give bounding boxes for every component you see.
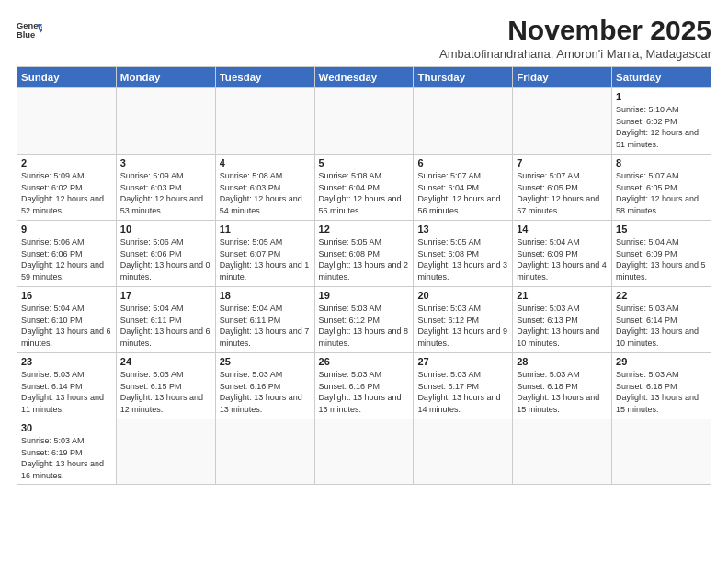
day-info: Sunrise: 5:05 AM Sunset: 6:08 PM Dayligh… xyxy=(319,236,410,282)
subtitle: Ambatofinandrahana, Amoron'i Mania, Mada… xyxy=(439,47,711,61)
logo: General Blue xyxy=(17,18,44,44)
day-info: Sunrise: 5:08 AM Sunset: 6:03 PM Dayligh… xyxy=(220,170,311,216)
day-info: Sunrise: 5:03 AM Sunset: 6:16 PM Dayligh… xyxy=(220,369,311,415)
day-info: Sunrise: 5:09 AM Sunset: 6:02 PM Dayligh… xyxy=(21,170,112,216)
table-row: 6Sunrise: 5:07 AM Sunset: 6:04 PM Daylig… xyxy=(414,155,513,221)
table-row: 20Sunrise: 5:03 AM Sunset: 6:12 PM Dayli… xyxy=(414,287,513,353)
day-info: Sunrise: 5:03 AM Sunset: 6:18 PM Dayligh… xyxy=(517,369,608,415)
day-number: 25 xyxy=(220,356,311,367)
svg-text:Blue: Blue xyxy=(17,30,35,40)
table-row: 29Sunrise: 5:03 AM Sunset: 6:18 PM Dayli… xyxy=(612,353,711,419)
day-number: 15 xyxy=(616,224,707,235)
day-number: 20 xyxy=(417,290,508,301)
calendar-page: General Blue November 2025 Ambatofinandr… xyxy=(0,0,728,563)
day-number: 7 xyxy=(517,157,608,168)
table-row: 28Sunrise: 5:03 AM Sunset: 6:18 PM Dayli… xyxy=(513,353,612,419)
day-info: Sunrise: 5:07 AM Sunset: 6:05 PM Dayligh… xyxy=(517,170,608,216)
day-info: Sunrise: 5:04 AM Sunset: 6:11 PM Dayligh… xyxy=(220,303,311,349)
table-row: 18Sunrise: 5:04 AM Sunset: 6:11 PM Dayli… xyxy=(215,287,314,353)
col-tuesday: Tuesday xyxy=(215,67,314,88)
table-row xyxy=(513,88,612,155)
table-row: 8Sunrise: 5:07 AM Sunset: 6:05 PM Daylig… xyxy=(612,155,711,221)
table-row: 13Sunrise: 5:05 AM Sunset: 6:08 PM Dayli… xyxy=(414,221,513,287)
table-row xyxy=(314,88,414,155)
day-info: Sunrise: 5:03 AM Sunset: 6:15 PM Dayligh… xyxy=(120,369,211,415)
svg-marker-3 xyxy=(38,29,42,33)
col-wednesday: Wednesday xyxy=(314,67,414,88)
day-info: Sunrise: 5:03 AM Sunset: 6:14 PM Dayligh… xyxy=(21,369,112,415)
logo-icon: General Blue xyxy=(17,18,42,44)
table-row: 3Sunrise: 5:09 AM Sunset: 6:03 PM Daylig… xyxy=(116,155,215,221)
table-row: 19Sunrise: 5:03 AM Sunset: 6:12 PM Dayli… xyxy=(314,287,414,353)
table-row: 16Sunrise: 5:04 AM Sunset: 6:10 PM Dayli… xyxy=(17,287,117,353)
day-number: 14 xyxy=(517,224,608,235)
day-info: Sunrise: 5:06 AM Sunset: 6:06 PM Dayligh… xyxy=(120,236,211,282)
day-info: Sunrise: 5:08 AM Sunset: 6:04 PM Dayligh… xyxy=(319,170,410,216)
table-row: 2Sunrise: 5:09 AM Sunset: 6:02 PM Daylig… xyxy=(17,155,117,221)
header: General Blue November 2025 Ambatofinandr… xyxy=(17,15,711,61)
table-row: 23Sunrise: 5:03 AM Sunset: 6:14 PM Dayli… xyxy=(17,353,117,419)
day-number: 16 xyxy=(21,290,112,301)
day-number: 24 xyxy=(120,356,211,367)
title-block: November 2025 Ambatofinandrahana, Amoron… xyxy=(439,15,711,61)
day-number: 17 xyxy=(120,290,211,301)
table-row: 30Sunrise: 5:03 AM Sunset: 6:19 PM Dayli… xyxy=(17,419,117,485)
day-info: Sunrise: 5:05 AM Sunset: 6:07 PM Dayligh… xyxy=(220,236,311,282)
col-saturday: Saturday xyxy=(612,67,711,88)
day-info: Sunrise: 5:04 AM Sunset: 6:10 PM Dayligh… xyxy=(21,303,112,349)
table-row: 11Sunrise: 5:05 AM Sunset: 6:07 PM Dayli… xyxy=(215,221,314,287)
day-number: 8 xyxy=(616,157,707,168)
day-number: 23 xyxy=(21,356,112,367)
day-number: 5 xyxy=(319,157,410,168)
day-info: Sunrise: 5:04 AM Sunset: 6:11 PM Dayligh… xyxy=(120,303,211,349)
day-info: Sunrise: 5:03 AM Sunset: 6:14 PM Dayligh… xyxy=(616,303,707,349)
day-number: 29 xyxy=(616,356,707,367)
col-thursday: Thursday xyxy=(414,67,513,88)
table-row: 5Sunrise: 5:08 AM Sunset: 6:04 PM Daylig… xyxy=(314,155,414,221)
day-number: 6 xyxy=(417,157,508,168)
table-row: 9Sunrise: 5:06 AM Sunset: 6:06 PM Daylig… xyxy=(17,221,117,287)
day-info: Sunrise: 5:03 AM Sunset: 6:16 PM Dayligh… xyxy=(319,369,410,415)
table-row: 4Sunrise: 5:08 AM Sunset: 6:03 PM Daylig… xyxy=(215,155,314,221)
day-info: Sunrise: 5:03 AM Sunset: 6:18 PM Dayligh… xyxy=(616,369,707,415)
col-monday: Monday xyxy=(116,67,215,88)
day-info: Sunrise: 5:04 AM Sunset: 6:09 PM Dayligh… xyxy=(517,236,608,282)
day-info: Sunrise: 5:03 AM Sunset: 6:12 PM Dayligh… xyxy=(319,303,410,349)
table-row: 15Sunrise: 5:04 AM Sunset: 6:09 PM Dayli… xyxy=(612,221,711,287)
table-row: 27Sunrise: 5:03 AM Sunset: 6:17 PM Dayli… xyxy=(414,353,513,419)
table-row xyxy=(612,419,711,485)
calendar-table: Sunday Monday Tuesday Wednesday Thursday… xyxy=(17,66,711,485)
table-row: 24Sunrise: 5:03 AM Sunset: 6:15 PM Dayli… xyxy=(116,353,215,419)
day-info: Sunrise: 5:03 AM Sunset: 6:13 PM Dayligh… xyxy=(517,303,608,349)
table-row: 22Sunrise: 5:03 AM Sunset: 6:14 PM Dayli… xyxy=(612,287,711,353)
day-number: 22 xyxy=(616,290,707,301)
table-row xyxy=(215,419,314,485)
table-row xyxy=(314,419,414,485)
table-row: 1Sunrise: 5:10 AM Sunset: 6:02 PM Daylig… xyxy=(612,88,711,155)
day-number: 19 xyxy=(319,290,410,301)
day-number: 13 xyxy=(417,224,508,235)
day-number: 18 xyxy=(220,290,311,301)
day-info: Sunrise: 5:05 AM Sunset: 6:08 PM Dayligh… xyxy=(417,236,508,282)
day-number: 11 xyxy=(220,224,311,235)
day-number: 21 xyxy=(517,290,608,301)
table-row: 14Sunrise: 5:04 AM Sunset: 6:09 PM Dayli… xyxy=(513,221,612,287)
table-row xyxy=(414,88,513,155)
table-row: 7Sunrise: 5:07 AM Sunset: 6:05 PM Daylig… xyxy=(513,155,612,221)
day-number: 12 xyxy=(319,224,410,235)
day-info: Sunrise: 5:03 AM Sunset: 6:12 PM Dayligh… xyxy=(417,303,508,349)
table-row xyxy=(116,88,215,155)
table-row: 25Sunrise: 5:03 AM Sunset: 6:16 PM Dayli… xyxy=(215,353,314,419)
table-row xyxy=(414,419,513,485)
day-info: Sunrise: 5:09 AM Sunset: 6:03 PM Dayligh… xyxy=(120,170,211,216)
table-row: 10Sunrise: 5:06 AM Sunset: 6:06 PM Dayli… xyxy=(116,221,215,287)
day-info: Sunrise: 5:07 AM Sunset: 6:04 PM Dayligh… xyxy=(417,170,508,216)
table-row xyxy=(513,419,612,485)
day-info: Sunrise: 5:06 AM Sunset: 6:06 PM Dayligh… xyxy=(21,236,112,282)
table-row xyxy=(17,88,117,155)
table-row: 17Sunrise: 5:04 AM Sunset: 6:11 PM Dayli… xyxy=(116,287,215,353)
day-number: 26 xyxy=(319,356,410,367)
col-friday: Friday xyxy=(513,67,612,88)
day-info: Sunrise: 5:07 AM Sunset: 6:05 PM Dayligh… xyxy=(616,170,707,216)
month-title: November 2025 xyxy=(439,15,711,45)
